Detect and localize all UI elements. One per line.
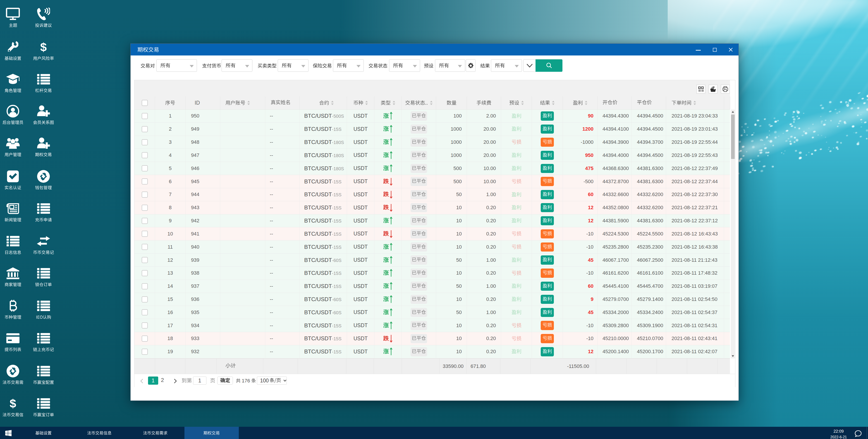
svg-text:$: $ xyxy=(40,41,47,53)
svg-text:$: $ xyxy=(10,397,16,410)
